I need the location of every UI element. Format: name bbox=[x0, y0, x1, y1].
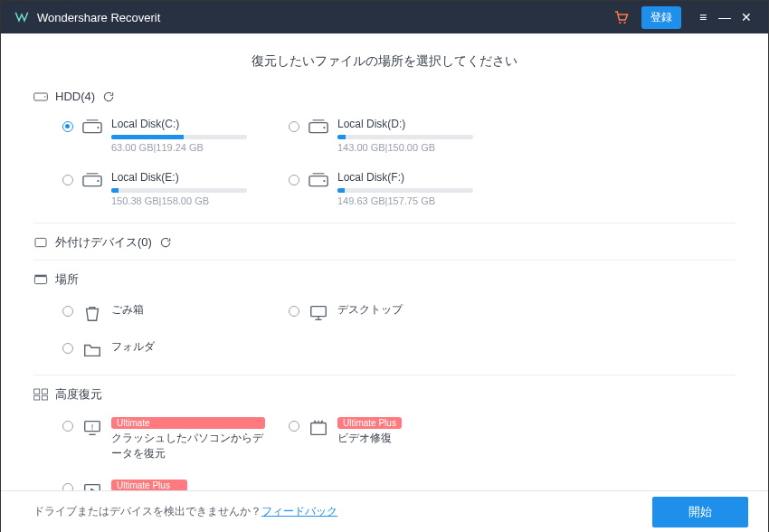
radio[interactable] bbox=[289, 175, 299, 185]
refresh-icon[interactable] bbox=[159, 236, 172, 249]
menu-icon[interactable]: ≡ bbox=[692, 10, 714, 24]
section-external-label: 外付けデバイス(0) bbox=[55, 234, 152, 251]
place-label: デスクトップ bbox=[337, 302, 403, 318]
footer: ドライブまたはデバイスを検出できませんか？ フィードバック 開始 bbox=[1, 490, 768, 532]
cart-icon[interactable] bbox=[612, 9, 629, 25]
start-button[interactable]: 開始 bbox=[652, 497, 748, 527]
plan-badge: Ultimate bbox=[111, 417, 265, 429]
footer-text: ドライブまたはデバイスを検出できませんか？ bbox=[33, 504, 261, 519]
disk-size: 149.63 GB|157.75 GB bbox=[337, 195, 473, 206]
advanced-icon bbox=[309, 418, 328, 436]
svg-point-1 bbox=[623, 22, 625, 24]
section-hdd-label: HDD(4) bbox=[55, 90, 95, 103]
advanced-icon bbox=[33, 388, 48, 401]
radio[interactable] bbox=[62, 121, 73, 132]
place-icon bbox=[82, 340, 102, 358]
disk-label: Local Disk(C:) bbox=[111, 118, 247, 130]
plan-badge: Ultimate Plus bbox=[337, 417, 402, 429]
svg-point-3 bbox=[44, 96, 46, 98]
places-icon bbox=[33, 273, 48, 286]
place-icon bbox=[82, 303, 102, 321]
disk-label: Local Disk(F:) bbox=[337, 171, 473, 184]
external-device-icon bbox=[33, 236, 48, 249]
divider bbox=[33, 223, 736, 223]
disk-icon bbox=[82, 172, 102, 190]
svg-rect-12 bbox=[35, 238, 46, 246]
place-item[interactable]: フォルダ bbox=[62, 339, 289, 358]
feedback-link[interactable]: フィードバック bbox=[261, 504, 337, 519]
places-grid: ごみ箱デスクトップフォルダ bbox=[62, 297, 736, 371]
svg-rect-17 bbox=[42, 389, 47, 394]
radio[interactable] bbox=[62, 343, 73, 354]
disk-item[interactable]: Local Disk(D:)143.00 GB|150.00 GB bbox=[289, 118, 515, 153]
minimize-button[interactable]: — bbox=[714, 10, 736, 24]
disk-item[interactable]: Local Disk(E:)150.38 GB|158.00 GB bbox=[62, 171, 289, 206]
app-logo-icon bbox=[14, 9, 30, 25]
disk-grid: Local Disk(C:)63.00 GB|119.24 GBLocal Di… bbox=[62, 112, 736, 219]
section-advanced-label: 高度復元 bbox=[55, 386, 102, 403]
section-places-label: 場所 bbox=[55, 271, 79, 288]
svg-point-11 bbox=[323, 180, 325, 182]
page-heading: 復元したいファイルの場所を選択してください bbox=[33, 53, 736, 70]
divider bbox=[33, 260, 736, 261]
hdd-icon bbox=[33, 90, 48, 103]
svg-rect-18 bbox=[34, 395, 40, 400]
section-hdd-header: HDD(4) bbox=[33, 90, 736, 103]
disk-icon bbox=[82, 119, 102, 137]
svg-point-5 bbox=[97, 127, 99, 128]
svg-point-9 bbox=[97, 180, 99, 182]
place-label: ごみ箱 bbox=[111, 302, 144, 318]
section-places-header: 場所 bbox=[33, 271, 736, 288]
svg-point-0 bbox=[619, 22, 621, 24]
radio[interactable] bbox=[62, 421, 73, 432]
svg-rect-19 bbox=[42, 395, 47, 400]
svg-rect-15 bbox=[311, 307, 327, 317]
place-icon bbox=[309, 303, 328, 321]
radio[interactable] bbox=[62, 306, 73, 317]
svg-rect-13 bbox=[34, 277, 46, 284]
svg-text:!: ! bbox=[91, 423, 94, 432]
divider bbox=[33, 375, 736, 375]
place-label: フォルダ bbox=[111, 339, 155, 355]
place-item[interactable]: デスクトップ bbox=[289, 302, 515, 321]
close-button[interactable]: ✕ bbox=[736, 10, 757, 24]
disk-icon bbox=[309, 172, 328, 190]
usage-bar bbox=[111, 135, 247, 139]
radio[interactable] bbox=[289, 306, 299, 317]
svg-rect-16 bbox=[34, 389, 40, 394]
app-title: Wondershare Recoverit bbox=[37, 11, 160, 24]
register-button[interactable]: 登録 bbox=[641, 6, 681, 29]
section-external-header: 外付けデバイス(0) bbox=[33, 234, 736, 251]
disk-icon bbox=[309, 119, 328, 137]
radio[interactable] bbox=[289, 421, 299, 432]
svg-rect-14 bbox=[34, 275, 46, 277]
radio[interactable] bbox=[62, 175, 73, 185]
advanced-label: クラッシュしたパソコンからデータを復元 bbox=[111, 431, 265, 461]
section-advanced-header: 高度復元 bbox=[33, 386, 736, 403]
refresh-icon[interactable] bbox=[102, 90, 115, 103]
place-item[interactable]: ごみ箱 bbox=[62, 302, 289, 321]
disk-size: 63.00 GB|119.24 GB bbox=[111, 142, 247, 153]
disk-label: Local Disk(D:) bbox=[337, 118, 473, 130]
titlebar: Wondershare Recoverit 登録 ≡ — ✕ bbox=[1, 1, 768, 33]
usage-bar bbox=[111, 188, 247, 193]
svg-point-7 bbox=[323, 127, 325, 128]
disk-size: 150.38 GB|158.00 GB bbox=[111, 195, 247, 206]
advanced-icon: ! bbox=[82, 418, 102, 436]
disk-item[interactable]: Local Disk(F:)149.63 GB|157.75 GB bbox=[289, 171, 515, 206]
usage-bar bbox=[337, 188, 473, 193]
disk-item[interactable]: Local Disk(C:)63.00 GB|119.24 GB bbox=[62, 118, 289, 153]
radio[interactable] bbox=[289, 121, 299, 132]
disk-label: Local Disk(E:) bbox=[111, 171, 247, 184]
disk-size: 143.00 GB|150.00 GB bbox=[337, 142, 473, 153]
advanced-item[interactable]: !Ultimateクラッシュしたパソコンからデータを復元 bbox=[62, 417, 289, 461]
advanced-item[interactable]: Ultimate Plusビデオ修復 bbox=[289, 417, 515, 461]
advanced-label: ビデオ修復 bbox=[337, 431, 402, 446]
svg-rect-22 bbox=[311, 423, 327, 435]
usage-bar bbox=[337, 135, 473, 139]
